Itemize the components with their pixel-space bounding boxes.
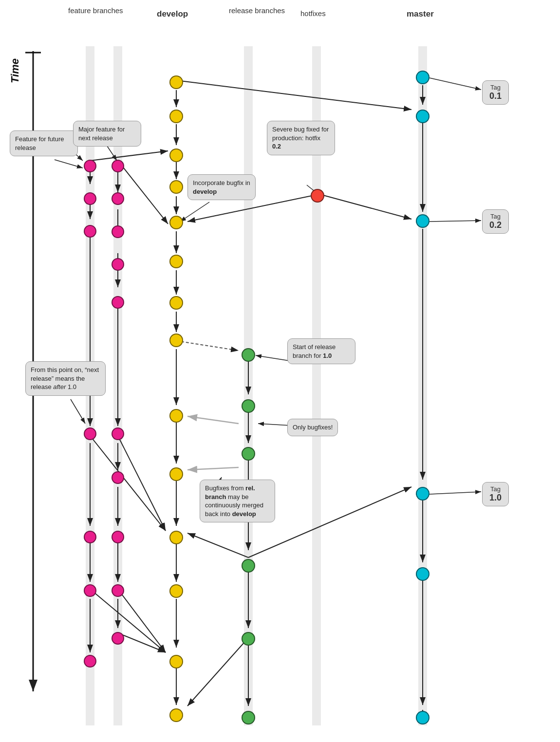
feature2-node-2 bbox=[112, 192, 124, 205]
release-node-2 bbox=[242, 399, 255, 413]
develop-node-8 bbox=[169, 334, 183, 347]
svg-line-67 bbox=[180, 202, 209, 222]
release-node-6 bbox=[242, 632, 255, 646]
tag-01: Tag 0.1 bbox=[482, 80, 509, 105]
feature-branches-label: feature branches bbox=[68, 6, 123, 16]
release-node-7 bbox=[242, 711, 255, 724]
callout-incorporate-bugfix: Incorporate bugfix in develop bbox=[187, 174, 256, 200]
feature2-node-10 bbox=[112, 632, 124, 645]
master-node-5 bbox=[416, 567, 429, 581]
develop-node-12 bbox=[169, 584, 183, 598]
svg-line-52 bbox=[176, 341, 239, 351]
svg-line-75 bbox=[429, 221, 481, 222]
feature2-node-6 bbox=[112, 427, 124, 440]
develop-node-9 bbox=[169, 409, 183, 423]
svg-line-60 bbox=[187, 467, 239, 470]
svg-line-56 bbox=[118, 589, 166, 652]
callout-feature-future: Feature for future release bbox=[10, 130, 78, 156]
develop-node-7 bbox=[169, 296, 183, 310]
feature2-node-7 bbox=[112, 471, 124, 484]
develop-node-6 bbox=[169, 255, 183, 268]
feature2-node-5 bbox=[112, 296, 124, 309]
callout-next-release: From this point on, “next release” means… bbox=[25, 361, 106, 396]
develop-node-1 bbox=[169, 75, 183, 89]
svg-line-73 bbox=[71, 399, 85, 424]
svg-line-53 bbox=[90, 436, 166, 531]
feature2-node-4 bbox=[112, 258, 124, 271]
callout-only-bugfixes: Only bugfixes! bbox=[287, 419, 338, 436]
callout-bugfixes-merged: Bugfixes from rel. branch may be continu… bbox=[200, 480, 275, 522]
develop-label: develop bbox=[157, 9, 188, 19]
develop-node-4 bbox=[169, 180, 183, 194]
svg-line-61 bbox=[187, 533, 248, 557]
feature1-node-7 bbox=[84, 655, 96, 668]
svg-line-65 bbox=[107, 146, 117, 161]
develop-node-3 bbox=[169, 148, 183, 162]
tag-10: Tag 1.0 bbox=[482, 482, 509, 506]
develop-node-5 bbox=[169, 216, 183, 229]
tag-02: Tag 0.2 bbox=[482, 209, 509, 234]
master-node-6 bbox=[416, 711, 429, 724]
release-branches-label: release branches bbox=[229, 6, 285, 16]
release-node-1 bbox=[242, 348, 255, 362]
master-node-3 bbox=[416, 214, 429, 228]
svg-line-48 bbox=[90, 151, 168, 161]
svg-line-54 bbox=[118, 436, 166, 531]
svg-line-47 bbox=[176, 80, 411, 110]
svg-line-72 bbox=[55, 160, 83, 168]
feature1-node-3 bbox=[84, 225, 96, 238]
feature1-node-4 bbox=[84, 427, 96, 440]
develop-node-11 bbox=[169, 531, 183, 544]
release-node-3 bbox=[242, 447, 255, 461]
feature2-node-8 bbox=[112, 531, 124, 543]
feature1-node-1 bbox=[84, 160, 96, 172]
develop-node-13 bbox=[169, 655, 183, 668]
svg-line-57 bbox=[118, 633, 166, 652]
master-label: master bbox=[407, 9, 434, 19]
feature2-node-9 bbox=[112, 584, 124, 597]
develop-node-2 bbox=[169, 110, 183, 123]
master-node-2 bbox=[416, 110, 429, 123]
svg-line-50 bbox=[321, 195, 411, 219]
hotfix-node bbox=[311, 189, 324, 203]
feature2-node-3 bbox=[112, 225, 124, 238]
svg-line-49 bbox=[118, 161, 168, 224]
svg-line-74 bbox=[429, 78, 481, 90]
svg-line-59 bbox=[187, 416, 239, 424]
callout-severe-bug: Severe bug fixed for production: hotfix … bbox=[267, 121, 335, 155]
svg-line-62 bbox=[187, 638, 248, 706]
callout-start-release: Start of release branch for 1.0 bbox=[287, 338, 355, 364]
develop-node-14 bbox=[169, 708, 183, 722]
hotfixes-label: hotfixes bbox=[300, 9, 326, 19]
feature1-node-2 bbox=[84, 192, 96, 205]
feature2-node-1 bbox=[112, 160, 124, 172]
feature1-node-5 bbox=[84, 531, 96, 543]
release-node-5 bbox=[242, 559, 255, 573]
svg-line-55 bbox=[90, 589, 166, 652]
time-label: Time bbox=[9, 58, 21, 83]
svg-line-76 bbox=[429, 492, 481, 494]
develop-node-10 bbox=[169, 467, 183, 481]
feature1-node-6 bbox=[84, 584, 96, 597]
master-node-4 bbox=[416, 487, 429, 501]
callout-major-feature: Major feature for next release bbox=[73, 121, 141, 147]
master-node-1 bbox=[416, 71, 429, 84]
